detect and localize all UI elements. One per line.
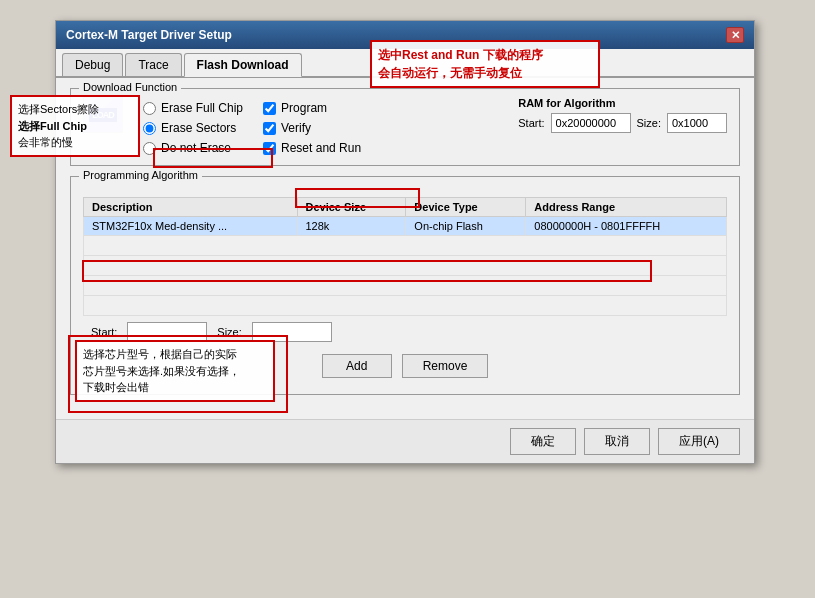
ram-start-label: Start:	[518, 117, 544, 129]
ram-start-row: Start: Size:	[518, 113, 727, 133]
col-device-type: Device Type	[406, 198, 526, 217]
radio-erase-sectors[interactable]: Erase Sectors	[143, 121, 243, 135]
table-row-empty-2	[84, 256, 727, 276]
algorithm-table: Description Device Size Device Type Addr…	[83, 197, 727, 316]
table-row-empty-1	[84, 236, 727, 256]
col-device-size: Device Size	[297, 198, 406, 217]
size-label: Size:	[217, 326, 241, 338]
size-input[interactable]	[252, 322, 332, 342]
radio-label-erase-sectors: Erase Sectors	[161, 121, 236, 135]
remove-button[interactable]: Remove	[402, 354, 489, 378]
radio-do-not-erase[interactable]: Do not Erase	[143, 141, 243, 155]
ram-section: RAM for Algorithm Start: Size:	[518, 97, 727, 133]
tab-bar: Debug Trace Flash Download	[56, 49, 754, 78]
checkbox-program-label: Program	[281, 101, 327, 115]
ram-label: RAM for Algorithm	[518, 97, 727, 109]
table-row[interactable]: STM32F10x Med-density ... 128k On-chip F…	[84, 217, 727, 236]
cell-description: STM32F10x Med-density ...	[84, 217, 298, 236]
cell-device-size: 128k	[297, 217, 406, 236]
checkbox-reset-run-label: Reset and Run	[281, 141, 361, 155]
loader-image: LOAD	[83, 97, 123, 133]
checkbox-verify-input[interactable]	[263, 122, 276, 135]
programming-algorithm-label: Programming Algorithm	[79, 169, 202, 181]
checkbox-reset-run-input[interactable]	[263, 142, 276, 155]
radio-label-no-erase: Do not Erase	[161, 141, 231, 155]
col-address-range: Address Range	[526, 198, 727, 217]
apply-button[interactable]: 应用(A)	[658, 428, 740, 455]
ok-button[interactable]: 确定	[510, 428, 576, 455]
checkbox-verify-label: Verify	[281, 121, 311, 135]
checkbox-verify[interactable]: Verify	[263, 121, 361, 135]
programming-algorithm-section: Programming Algorithm Description Device…	[70, 176, 740, 395]
ram-start-input[interactable]	[551, 113, 631, 133]
col-description: Description	[84, 198, 298, 217]
table-header-row: Description Device Size Device Type Addr…	[84, 198, 727, 217]
checkbox-program-input[interactable]	[263, 102, 276, 115]
radio-input-no-erase[interactable]	[143, 142, 156, 155]
checkbox-options: Program Verify Reset and Run	[263, 101, 361, 155]
add-button[interactable]: Add	[322, 354, 392, 378]
start-label: Start:	[91, 326, 117, 338]
start-size-row: Start: Size:	[83, 316, 727, 348]
start-input[interactable]	[127, 322, 207, 342]
table-row-empty-4	[84, 296, 727, 316]
download-function-row: LOAD Erase Full Chip Erase Sectors Do n	[83, 97, 727, 155]
cancel-button[interactable]: 取消	[584, 428, 650, 455]
ram-size-input[interactable]	[667, 113, 727, 133]
radio-erase-full-chip[interactable]: Erase Full Chip	[143, 101, 243, 115]
dialog-titlebar: Cortex-M Target Driver Setup ✕	[56, 21, 754, 49]
dialog-body: Download Function LOAD Erase Full Chip E…	[56, 78, 754, 419]
dialog-footer: 确定 取消 应用(A)	[56, 419, 754, 463]
tab-debug[interactable]: Debug	[62, 53, 123, 76]
tab-trace[interactable]: Trace	[125, 53, 181, 76]
erase-options: Erase Full Chip Erase Sectors Do not Era…	[143, 101, 243, 155]
dialog-title: Cortex-M Target Driver Setup	[66, 28, 232, 42]
download-function-section: Download Function LOAD Erase Full Chip E…	[70, 88, 740, 166]
radio-input-erase-full[interactable]	[143, 102, 156, 115]
checkbox-reset-run[interactable]: Reset and Run	[263, 141, 361, 155]
radio-label-erase-full: Erase Full Chip	[161, 101, 243, 115]
cell-address-range: 08000000H - 0801FFFFH	[526, 217, 727, 236]
tab-flash-download[interactable]: Flash Download	[184, 53, 302, 77]
dialog: Cortex-M Target Driver Setup ✕ Debug Tra…	[55, 20, 755, 464]
ram-size-label: Size:	[637, 117, 661, 129]
cell-device-type: On-chip Flash	[406, 217, 526, 236]
download-function-label: Download Function	[79, 81, 181, 93]
add-remove-row: Add Remove	[83, 348, 727, 384]
table-row-empty-3	[84, 276, 727, 296]
close-button[interactable]: ✕	[726, 27, 744, 43]
radio-input-erase-sectors[interactable]	[143, 122, 156, 135]
checkbox-program[interactable]: Program	[263, 101, 361, 115]
